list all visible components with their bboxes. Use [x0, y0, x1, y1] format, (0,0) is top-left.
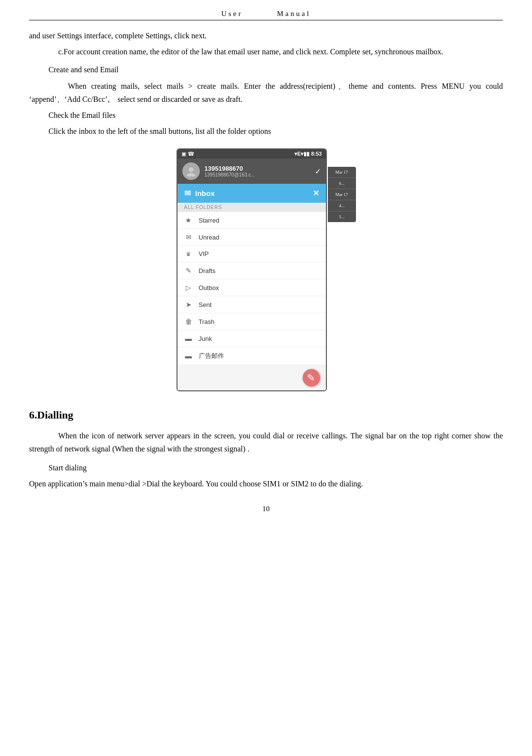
folder-name-unread: Unread — [199, 234, 220, 241]
phone-screen: ▣ ☎ ▾E▾▮▮ 8:53 13951988670 13951988670@1… — [177, 148, 327, 391]
folder-item-ads[interactable]: ▬ 广告邮件 — [177, 347, 326, 365]
inbox-bar[interactable]: ✉ Inbox ✕ — [177, 184, 326, 203]
right-panel-item-3: Mar 17 — [328, 189, 356, 200]
ads-icon: ▬ — [184, 352, 193, 360]
folder-name-starred: Starred — [199, 217, 220, 224]
right-panel-item-2: 6... — [328, 178, 356, 189]
paragraph-2: c.For account creation name, the editor … — [29, 45, 503, 58]
folder-name-junk: Junk — [199, 335, 212, 342]
right-panel-item-4: 4... — [328, 200, 356, 211]
outbox-icon: ▷ — [184, 284, 193, 291]
inbox-label: Inbox — [195, 189, 215, 197]
right-panel: Mar 17 6... Mar 17 4... 5... — [328, 167, 356, 222]
account-name: 13951988670 — [205, 165, 310, 172]
folder-item-trash[interactable]: 🗑 Trash — [177, 313, 326, 330]
svg-point-0 — [189, 167, 193, 172]
section-6-p1: When the icon of network server appears … — [29, 429, 503, 455]
phone-screenshot-container: ▣ ☎ ▾E▾▮▮ 8:53 13951988670 13951988670@1… — [29, 148, 503, 391]
page-header: User Manual — [29, 10, 503, 20]
phone-statusbar: ▣ ☎ ▾E▾▮▮ 8:53 — [177, 149, 326, 159]
account-email: 13951988670@163.c... — [205, 172, 310, 177]
folder-name-sent: Sent — [199, 301, 212, 308]
all-folders-label: ALL FOLDERS — [177, 203, 326, 212]
account-row[interactable]: 13951988670 13951988670@163.c... ✓ — [177, 159, 326, 184]
inbox-icon: ✉ — [184, 189, 191, 198]
folder-item-drafts[interactable]: ✎ Drafts — [177, 262, 326, 279]
folder-item-junk[interactable]: ▬ Junk — [177, 330, 326, 347]
folder-item-starred[interactable]: ★ Starred — [177, 212, 326, 229]
folder-name-drafts: Drafts — [199, 267, 216, 274]
trash-icon: 🗑 — [184, 318, 193, 325]
checkmark-icon: ✓ — [315, 167, 321, 176]
vip-icon: ♛ — [184, 251, 193, 257]
paragraph-4: When creating mails, select mails > crea… — [29, 80, 503, 106]
folder-name-vip: VIP — [199, 250, 209, 257]
page-number: 10 — [29, 505, 503, 513]
close-icon: ✕ — [313, 189, 319, 198]
paragraph-1: and user Settings interface, complete Se… — [29, 29, 503, 42]
compose-fab-button[interactable]: ✎ — [303, 369, 320, 386]
paragraph-6: Click the inbox to the left of the small… — [48, 125, 503, 138]
right-panel-item-1: Mar 17 — [328, 167, 356, 178]
folder-name-ads: 广告邮件 — [199, 352, 224, 360]
star-icon: ★ — [184, 216, 193, 224]
folder-item-unread[interactable]: ✉ Unread — [177, 229, 326, 246]
drafts-icon: ✎ — [184, 267, 193, 274]
folder-item-sent[interactable]: ➤ Sent — [177, 296, 326, 313]
folder-name-trash: Trash — [199, 318, 215, 325]
folder-name-outbox: Outbox — [199, 284, 219, 291]
create-email-heading: Create and send Email — [48, 63, 503, 76]
junk-icon: ▬ — [184, 335, 193, 342]
sent-icon: ➤ — [184, 301, 193, 308]
statusbar-left-icons: ▣ ☎ — [181, 151, 194, 157]
right-panel-item-5: 5... — [328, 211, 356, 222]
fab-area: ✎ — [177, 365, 326, 390]
header-left: User — [221, 10, 242, 17]
folder-item-vip[interactable]: ♛ VIP — [177, 246, 326, 262]
screenshot-wrapper: ▣ ☎ ▾E▾▮▮ 8:53 13951988670 13951988670@1… — [177, 148, 356, 391]
statusbar-time: ▾E▾▮▮ 8:53 — [294, 151, 322, 157]
unread-icon: ✉ — [184, 233, 193, 241]
section-6-p3: Open application’s main menu>dial >Dial … — [29, 477, 503, 490]
check-email-heading: Check the Email files — [48, 109, 503, 122]
svg-point-1 — [187, 173, 195, 177]
account-info: 13951988670 13951988670@163.c... — [205, 165, 310, 177]
avatar — [182, 162, 200, 180]
header-right: Manual — [277, 10, 311, 17]
start-dialing-heading: Start dialing — [48, 461, 503, 474]
section-6-heading: 6.Dialling — [29, 406, 503, 424]
folder-item-outbox[interactable]: ▷ Outbox — [177, 279, 326, 296]
